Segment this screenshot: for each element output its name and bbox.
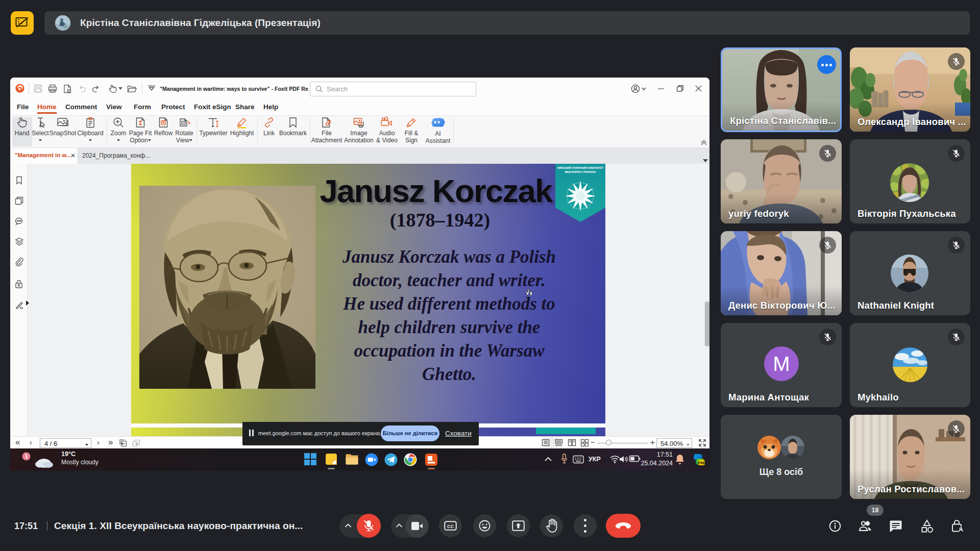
svg-text:PRE: PRE xyxy=(698,461,705,465)
svg-text:CC: CC xyxy=(447,524,454,529)
svg-text:1: 1 xyxy=(25,454,28,459)
svg-text:КИЇВСЬКИЙ СТОЛИЧНИЙ УНІВЕРСИТЕ: КИЇВСЬКИЙ СТОЛИЧНИЙ УНІВЕРСИТЕТ xyxy=(557,166,603,169)
svg-text:ІМЕНІ БОРИСА ГРІНЧЕНКА: ІМЕНІ БОРИСА ГРІНЧЕНКА xyxy=(565,171,596,173)
